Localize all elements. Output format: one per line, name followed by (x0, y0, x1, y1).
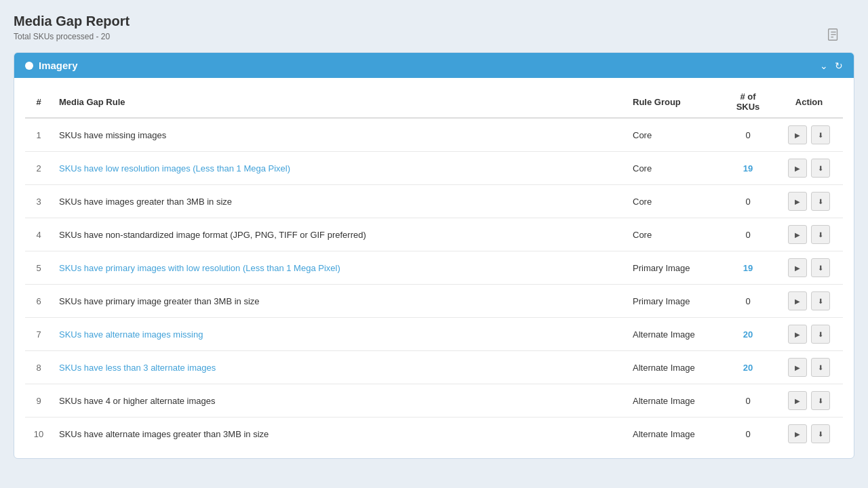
row-action (775, 185, 843, 218)
row-action (775, 318, 843, 351)
play-button[interactable] (788, 358, 807, 377)
refresh-button[interactable]: ↻ (835, 60, 843, 71)
download-button[interactable] (811, 159, 830, 178)
download-button[interactable] (811, 424, 830, 443)
table-container: # Media Gap Rule Rule Group # of SKUs Ac… (14, 78, 854, 458)
row-skus: 0 (721, 218, 775, 251)
download-button[interactable] (811, 125, 830, 144)
card-header: Imagery ⌄ ↻ (14, 53, 854, 78)
col-rule: Media Gap Rule (52, 86, 626, 118)
page-title: Media Gap Report (14, 14, 854, 29)
row-rule: SKUs have missing images (52, 118, 626, 152)
rule-text: SKUs have images greater than 3MB in siz… (59, 197, 232, 207)
row-num: 8 (25, 351, 52, 384)
row-skus: 19 (721, 251, 775, 285)
play-button[interactable] (788, 125, 807, 144)
page-subtitle: Total SKUs processed - 20 (14, 32, 854, 41)
row-rule: SKUs have less than 3 alternate images (52, 351, 626, 384)
download-button[interactable] (811, 358, 830, 377)
play-button[interactable] (788, 192, 807, 211)
download-button[interactable] (811, 325, 830, 344)
col-num: # (25, 86, 52, 118)
row-group: Alternate Image (626, 418, 721, 451)
row-num: 5 (25, 251, 52, 285)
row-rule: SKUs have non-standardized image format … (52, 218, 626, 251)
rule-link[interactable]: SKUs have alternate images missing (59, 329, 203, 340)
rule-text: SKUs have 4 or higher alternate images (59, 396, 216, 406)
row-group: Alternate Image (626, 351, 721, 384)
rule-link[interactable]: SKUs have primary images with low resolu… (59, 263, 340, 273)
table-row: 3 SKUs have images greater than 3MB in s… (25, 185, 843, 218)
rule-link[interactable]: SKUs have less than 3 alternate images (59, 363, 216, 373)
row-action (775, 251, 843, 285)
download-button[interactable] (811, 258, 830, 277)
table-row: 10 SKUs have alternate images greater th… (25, 418, 843, 451)
table-row: 6 SKUs have primary image greater than 3… (25, 285, 843, 318)
download-button[interactable] (811, 391, 830, 410)
download-button[interactable] (811, 192, 830, 211)
play-button[interactable] (788, 424, 807, 443)
row-rule: SKUs have primary images with low resolu… (52, 251, 626, 285)
row-num: 7 (25, 318, 52, 351)
table-row: 7 SKUs have alternate images missing Alt… (25, 318, 843, 351)
row-group: Core (626, 152, 721, 185)
row-num: 6 (25, 285, 52, 318)
row-group: Alternate Image (626, 384, 721, 418)
row-skus: 20 (721, 351, 775, 384)
row-rule: SKUs have images greater than 3MB in siz… (52, 185, 626, 218)
rule-link[interactable]: SKUs have low resolution images (Less th… (59, 163, 290, 174)
download-button[interactable] (811, 225, 830, 244)
row-action (775, 285, 843, 318)
table-row: 5 SKUs have primary images with low reso… (25, 251, 843, 285)
row-group: Primary Image (626, 251, 721, 285)
row-skus: 0 (721, 418, 775, 451)
col-skus: # of SKUs (721, 86, 775, 118)
section-title: Imagery (39, 60, 78, 71)
row-group: Alternate Image (626, 318, 721, 351)
play-button[interactable] (788, 391, 807, 410)
row-skus: 0 (721, 285, 775, 318)
row-skus: 0 (721, 118, 775, 152)
row-action (775, 152, 843, 185)
row-action (775, 418, 843, 451)
header-dot-icon (25, 62, 33, 70)
row-action (775, 118, 843, 152)
row-skus: 0 (721, 185, 775, 218)
row-rule: SKUs have alternate images missing (52, 318, 626, 351)
row-group: Core (626, 218, 721, 251)
rule-text: SKUs have primary image greater than 3MB… (59, 296, 260, 306)
row-group: Core (626, 185, 721, 218)
row-rule: SKUs have 4 or higher alternate images (52, 384, 626, 418)
table-row: 9 SKUs have 4 or higher alternate images… (25, 384, 843, 418)
row-action (775, 351, 843, 384)
row-action (775, 218, 843, 251)
row-rule: SKUs have primary image greater than 3MB… (52, 285, 626, 318)
row-action (775, 384, 843, 418)
collapse-button[interactable]: ⌄ (820, 60, 828, 71)
play-button[interactable] (788, 325, 807, 344)
row-num: 1 (25, 118, 52, 152)
row-num: 2 (25, 152, 52, 185)
row-group: Primary Image (626, 285, 721, 318)
play-button[interactable] (788, 159, 807, 178)
table-row: 1 SKUs have missing images Core 0 (25, 118, 843, 152)
imagery-card: Imagery ⌄ ↻ # Media Gap Rule Rule Group … (14, 52, 854, 459)
play-button[interactable] (788, 225, 807, 244)
col-group: Rule Group (626, 86, 721, 118)
row-num: 10 (25, 418, 52, 451)
row-num: 4 (25, 218, 52, 251)
table-row: 8 SKUs have less than 3 alternate images… (25, 351, 843, 384)
row-rule: SKUs have alternate images greater than … (52, 418, 626, 451)
play-button[interactable] (788, 291, 807, 310)
table-row: 2 SKUs have low resolution images (Less … (25, 152, 843, 185)
download-button[interactable] (811, 291, 830, 310)
rule-text: SKUs have alternate images greater than … (59, 429, 269, 439)
export-button[interactable] (826, 27, 841, 44)
rule-text: SKUs have non-standardized image format … (59, 230, 366, 240)
row-num: 9 (25, 384, 52, 418)
table-row: 4 SKUs have non-standardized image forma… (25, 218, 843, 251)
row-skus: 19 (721, 152, 775, 185)
play-button[interactable] (788, 258, 807, 277)
col-action: Action (775, 86, 843, 118)
rule-text: SKUs have missing images (59, 130, 166, 140)
